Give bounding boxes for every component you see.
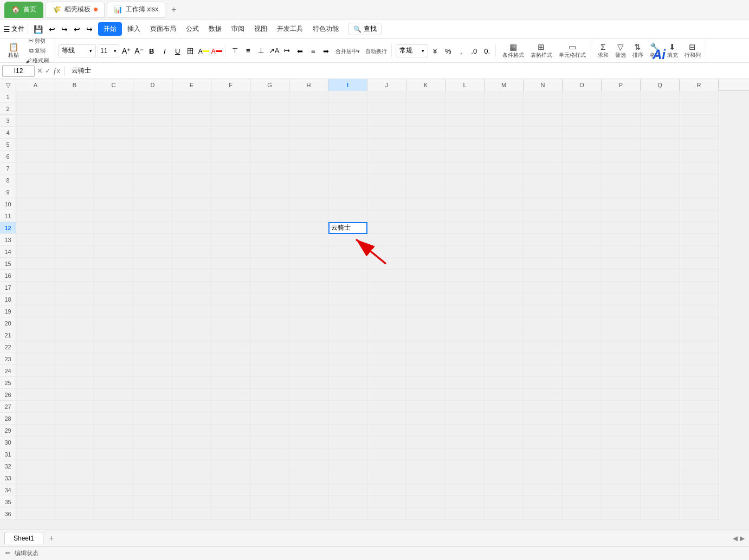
cell-F14[interactable] [211,246,250,258]
cell-G17[interactable] [250,282,289,294]
cell-K33[interactable] [406,472,445,484]
row-header-15[interactable]: 15 [0,258,16,270]
cell-P7[interactable] [602,162,641,174]
italic-button[interactable]: I [159,45,171,57]
cell-P16[interactable] [602,270,641,282]
cell-G1[interactable] [250,91,289,103]
cell-P13[interactable] [602,234,641,246]
cell-M14[interactable] [485,246,524,258]
add-tab-button[interactable]: + [167,3,180,16]
cell-O10[interactable] [563,198,602,210]
col-header-J[interactable]: J [367,79,406,91]
cell-H19[interactable] [289,305,328,317]
cell-L7[interactable] [445,162,485,174]
cell-H22[interactable] [289,341,328,353]
cell-J7[interactable] [367,162,406,174]
cell-O31[interactable] [563,448,602,460]
cell-P15[interactable] [602,258,641,270]
cell-R14[interactable] [680,246,719,258]
cell-reference[interactable]: I12 [2,65,35,77]
cell-O5[interactable] [563,139,602,151]
cell-N18[interactable] [524,294,563,305]
cell-F29[interactable] [211,425,250,437]
cell-N19[interactable] [524,305,563,317]
cell-B14[interactable] [55,246,94,258]
cell-E20[interactable] [172,317,211,329]
cell-B31[interactable] [55,448,94,460]
cell-J24[interactable] [367,365,406,377]
cell-G32[interactable] [250,460,289,472]
cell-J29[interactable] [367,425,406,437]
cell-G29[interactable] [250,425,289,437]
cell-O6[interactable] [563,151,602,162]
format-painter-button[interactable]: 🖌 格式刷 [23,56,51,65]
row-col-button[interactable]: ⊟ 行和列 [682,41,703,61]
cell-Q10[interactable] [641,198,680,210]
percent-button[interactable]: % [442,45,454,57]
cell-E22[interactable] [172,341,211,353]
cell-J23[interactable] [367,353,406,365]
cell-O8[interactable] [563,174,602,186]
cell-D12[interactable] [133,222,172,234]
cell-B12[interactable] [55,222,94,234]
cell-F19[interactable] [211,305,250,317]
cell-B29[interactable] [55,425,94,437]
cell-I11[interactable] [328,210,367,222]
cell-N30[interactable] [524,437,563,448]
cell-I36[interactable] [328,508,367,520]
col-header-D[interactable]: D [133,79,172,91]
cell-K14[interactable] [406,246,445,258]
cell-Q5[interactable] [641,139,680,151]
cell-D4[interactable] [133,127,172,139]
cell-A1[interactable] [16,91,55,103]
cell-C25[interactable] [94,377,133,389]
row-header-21[interactable]: 21 [0,329,16,341]
cell-L5[interactable] [445,139,485,151]
cell-C22[interactable] [94,341,133,353]
row-header-9[interactable]: 9 [0,186,16,198]
cell-J8[interactable] [367,174,406,186]
cell-H3[interactable] [289,115,328,127]
cell-B24[interactable] [55,365,94,377]
cell-F1[interactable] [211,91,250,103]
cell-O7[interactable] [563,162,602,174]
cell-N6[interactable] [524,151,563,162]
increase-decimal-button[interactable]: .0 [468,45,480,57]
add-sheet-button[interactable]: + [46,532,57,544]
cell-O23[interactable] [563,353,602,365]
increase-font-icon[interactable]: A⁺ [121,45,132,56]
cell-J1[interactable] [367,91,406,103]
cell-R27[interactable] [680,401,719,413]
cell-N8[interactable] [524,174,563,186]
cell-E16[interactable] [172,270,211,282]
align-top-button[interactable]: ⊤ [229,45,241,57]
cell-P18[interactable] [602,294,641,305]
cell-K24[interactable] [406,365,445,377]
cell-H8[interactable] [289,174,328,186]
cell-L17[interactable] [445,282,485,294]
cell-M1[interactable] [485,91,524,103]
cell-F16[interactable] [211,270,250,282]
cell-N34[interactable] [524,484,563,496]
cell-B28[interactable] [55,413,94,425]
cell-O26[interactable] [563,389,602,401]
cell-E27[interactable] [172,401,211,413]
cell-D14[interactable] [133,246,172,258]
cell-E31[interactable] [172,448,211,460]
cell-R6[interactable] [680,151,719,162]
cell-N27[interactable] [524,401,563,413]
cell-K8[interactable] [406,174,445,186]
cell-I35[interactable] [328,496,367,508]
row-header-2[interactable]: 2 [0,103,16,115]
cell-J26[interactable] [367,389,406,401]
cell-Q33[interactable] [641,472,680,484]
col-header-H[interactable]: H [289,79,328,91]
undo2-icon[interactable]: ↩ [72,24,82,35]
cell-E10[interactable] [172,198,211,210]
cell-B17[interactable] [55,282,94,294]
cell-G19[interactable] [250,305,289,317]
cell-L11[interactable] [445,210,485,222]
cell-Q3[interactable] [641,115,680,127]
cell-K26[interactable] [406,389,445,401]
cell-F21[interactable] [211,329,250,341]
